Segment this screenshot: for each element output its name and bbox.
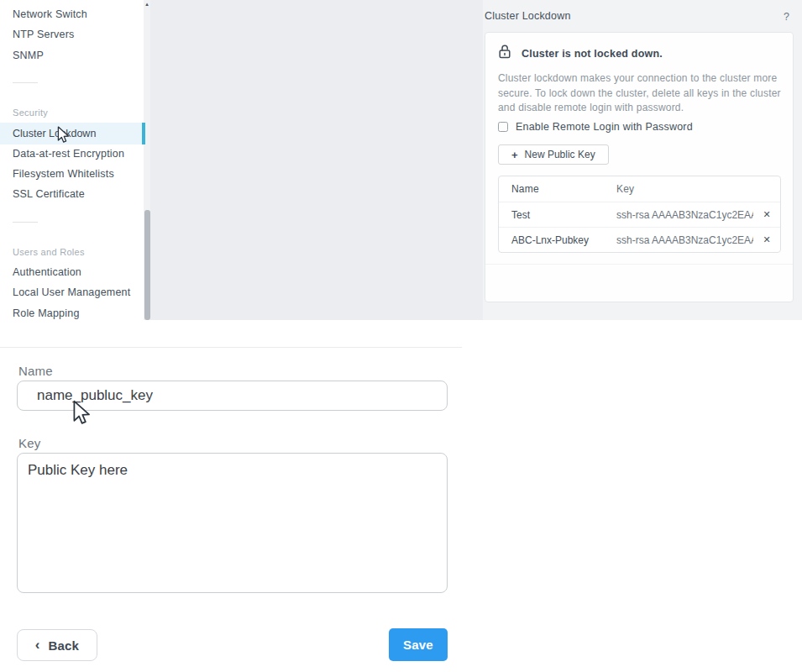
sidebar-item-authentication[interactable]: Authentication: [13, 266, 81, 278]
lockdown-description: Cluster lockdown makes your connection t…: [498, 71, 790, 116]
settings-sidebar: Network Switch NTP Servers SNMP Security…: [0, 0, 144, 320]
cluster-lockdown-card: Cluster is not locked down. Cluster lock…: [485, 32, 794, 302]
name-field-label: Name: [18, 364, 53, 378]
delete-key-icon[interactable]: ✕: [753, 209, 780, 220]
sidebar-item-filesystem-whitelists[interactable]: Filesystem Whitelists: [13, 168, 114, 180]
sidebar-divider: [13, 82, 38, 83]
table-row: Test ssh-rsa AAAAB3NzaC1yc2EAA... ✕: [499, 202, 780, 227]
scroll-up-icon[interactable]: ▴: [144, 0, 150, 8]
sidebar-item-role-mapping[interactable]: Role Mapping: [13, 307, 80, 319]
sidebar-item-snmp[interactable]: SNMP: [13, 50, 44, 61]
sidebar-item-label: Cluster Lockdown: [13, 128, 96, 139]
public-keys-table: Name Key Test ssh-rsa AAAAB3NzaC1yc2EAA.…: [498, 176, 781, 253]
sidebar-item-ntp-servers[interactable]: NTP Servers: [13, 29, 75, 40]
delete-key-icon[interactable]: ✕: [753, 234, 780, 245]
unlock-icon: [497, 44, 512, 60]
new-public-key-button[interactable]: + New Public Key: [498, 144, 609, 165]
enable-remote-login-label: Enable Remote Login with Password: [516, 121, 693, 133]
table-row: ABC-Lnx-Pubkey ssh-rsa AAAAB3NzaC1yc2EAA…: [499, 227, 780, 252]
key-field-label: Key: [18, 436, 40, 450]
sidebar-item-ssl-certificate[interactable]: SSL Certificate: [13, 188, 85, 200]
enable-remote-login-row: Enable Remote Login with Password: [498, 121, 693, 133]
key-value-cell: ssh-rsa AAAAB3NzaC1yc2EAA...: [616, 209, 753, 221]
sidebar-item-data-at-rest-encryption[interactable]: Data-at-rest Encryption: [13, 148, 124, 160]
key-value-cell: ssh-rsa AAAAB3NzaC1yc2EAA...: [616, 234, 753, 246]
key-name-cell: Test: [499, 209, 616, 221]
plus-icon: +: [511, 149, 518, 161]
sidebar-divider: [13, 222, 38, 223]
lockdown-status-heading: Cluster is not locked down.: [522, 48, 663, 60]
selected-item-indicator-bar: [142, 123, 145, 144]
card-footer-divider: [485, 264, 793, 265]
sidebar-item-network-switch[interactable]: Network Switch: [13, 8, 87, 20]
key-name-cell: ABC-Lnx-Pubkey: [499, 234, 616, 246]
form-top-divider: [0, 347, 462, 348]
scrollbar-thumb[interactable]: [144, 210, 150, 320]
column-header-key: Key: [616, 183, 753, 195]
save-button[interactable]: Save: [389, 628, 448, 661]
cluster-lockdown-screen: Network Switch NTP Servers SNMP Security…: [0, 0, 802, 672]
back-button-label: Back: [49, 638, 80, 653]
settings-content-background: [150, 0, 483, 320]
column-header-name: Name: [499, 183, 616, 195]
public-key-textarea[interactable]: Public Key here: [17, 453, 448, 593]
settings-modal-top: Network Switch NTP Servers SNMP Security…: [0, 0, 802, 320]
new-public-key-label: New Public Key: [525, 149, 595, 160]
sidebar-item-local-user-management[interactable]: Local User Management: [13, 286, 130, 298]
table-header-row: Name Key: [499, 176, 780, 202]
help-icon[interactable]: ?: [784, 11, 789, 23]
page-title: Cluster Lockdown: [485, 10, 571, 22]
sidebar-section-security: Security: [13, 108, 48, 118]
sidebar-section-users-and-roles: Users and Roles: [13, 247, 85, 257]
chevron-left-icon: ‹: [35, 638, 40, 652]
public-key-name-input[interactable]: [17, 381, 448, 411]
enable-remote-login-checkbox[interactable]: [498, 122, 508, 132]
sidebar-item-cluster-lockdown[interactable]: Cluster Lockdown: [0, 123, 144, 144]
back-button[interactable]: ‹ Back: [17, 629, 97, 661]
